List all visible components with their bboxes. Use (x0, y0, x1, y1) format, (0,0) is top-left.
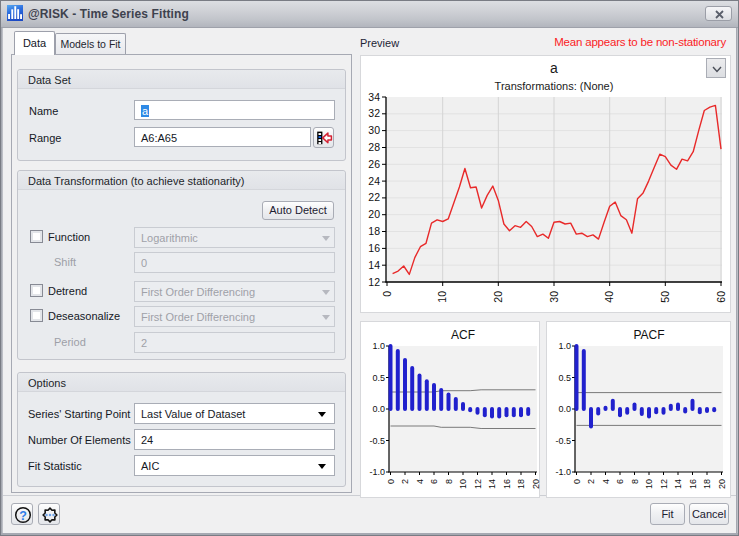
svg-text:24: 24 (368, 175, 380, 187)
svg-text:34: 34 (368, 91, 380, 103)
svg-text:26: 26 (368, 158, 380, 170)
svg-text:16: 16 (502, 479, 512, 489)
svg-text:4: 4 (415, 479, 425, 484)
svg-text:12: 12 (473, 479, 483, 489)
svg-text:1.0: 1.0 (558, 341, 571, 351)
svg-text:14: 14 (487, 479, 497, 489)
svg-text:20: 20 (717, 479, 727, 489)
svg-text:6: 6 (429, 479, 439, 484)
svg-text:18: 18 (368, 225, 380, 237)
svg-text:-1.0: -1.0 (369, 467, 385, 477)
svg-text:0: 0 (572, 479, 582, 484)
svg-text:-0.5: -0.5 (369, 436, 385, 446)
svg-text:1.0: 1.0 (372, 341, 385, 351)
svg-text:22: 22 (368, 191, 380, 203)
svg-text:0.0: 0.0 (372, 404, 385, 414)
svg-text:14: 14 (673, 479, 683, 489)
svg-text:12: 12 (659, 479, 669, 489)
svg-text:ACF: ACF (451, 328, 475, 342)
svg-text:10: 10 (458, 479, 468, 489)
svg-text:12: 12 (368, 276, 380, 288)
svg-text:10: 10 (436, 291, 448, 303)
svg-text:20: 20 (368, 208, 380, 220)
svg-text:0.0: 0.0 (558, 404, 571, 414)
svg-text:0.5: 0.5 (558, 373, 571, 383)
svg-text:PACF: PACF (633, 328, 664, 342)
svg-text:20: 20 (531, 479, 541, 489)
svg-text:0.5: 0.5 (372, 373, 385, 383)
svg-text:-0.5: -0.5 (555, 436, 571, 446)
svg-text:60: 60 (715, 291, 727, 303)
svg-text:2: 2 (400, 479, 410, 484)
svg-text:40: 40 (603, 291, 615, 303)
svg-text:32: 32 (368, 107, 380, 119)
svg-text:6: 6 (615, 479, 625, 484)
svg-text:2: 2 (586, 479, 596, 484)
svg-text:30: 30 (548, 291, 560, 303)
svg-text:16: 16 (368, 242, 380, 254)
svg-text:4: 4 (601, 479, 611, 484)
svg-text:28: 28 (368, 141, 380, 153)
svg-text:30: 30 (368, 124, 380, 136)
svg-text:20: 20 (492, 291, 504, 303)
svg-text:14: 14 (368, 259, 380, 271)
svg-text:18: 18 (702, 479, 712, 489)
svg-text:0: 0 (386, 479, 396, 484)
svg-text:0: 0 (381, 291, 393, 297)
svg-text:10: 10 (644, 479, 654, 489)
svg-text:8: 8 (444, 479, 454, 484)
svg-text:-1.0: -1.0 (555, 467, 571, 477)
svg-text:8: 8 (630, 479, 640, 484)
svg-text:16: 16 (688, 479, 698, 489)
svg-text:50: 50 (659, 291, 671, 303)
svg-text:18: 18 (516, 479, 526, 489)
svg-text:?: ? (19, 509, 27, 523)
